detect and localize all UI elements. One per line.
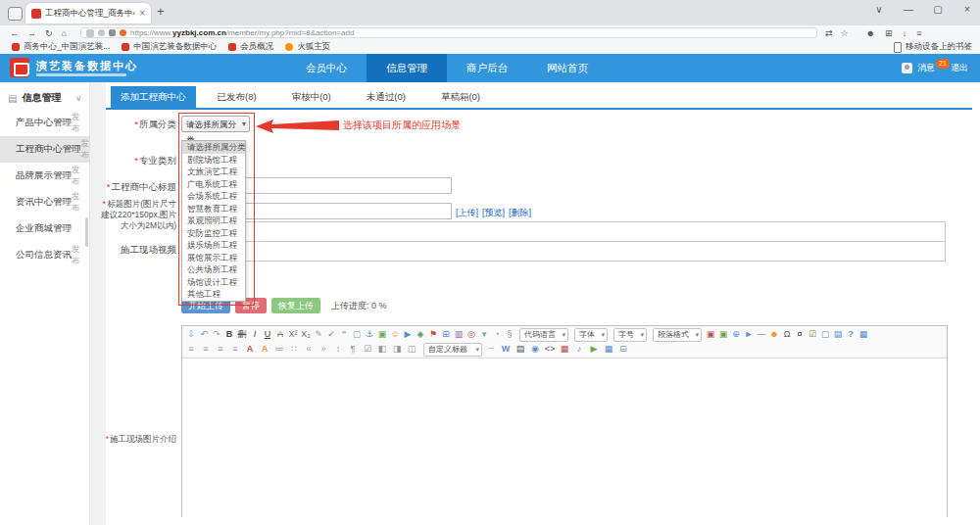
insert-picture-icon[interactable]: ▣ [705,328,716,341]
paragraph-format-select[interactable]: 段落格式 [653,328,702,342]
sidebar-item-enterprise-mall[interactable]: 企业商城管理 [0,215,89,242]
table-icon[interactable]: ⊞ [440,328,452,341]
unordered-list-icon[interactable]: ∷ [288,343,300,356]
dropdown-option[interactable]: 剧院场馆工程 [182,154,245,167]
sidebar-item-engineering-center[interactable]: 工程商中心管理 发布 [0,136,89,163]
dropdown-option[interactable]: 广电系统工程 [182,178,245,191]
align-justify-icon[interactable]: ≡ [229,343,241,356]
preview-icon[interactable]: ◉ [529,343,541,356]
sidebar-item-news-center[interactable]: 资讯中心管理 发布 [0,189,89,215]
video-icon[interactable]: ▶ [588,343,600,356]
home-icon[interactable]: ⌂ [62,28,67,38]
dropdown-option[interactable]: 娱乐场所工程 [182,239,245,252]
tab-add-engineering-center[interactable]: 添加工程商中心 [111,86,196,108]
calendar-icon[interactable]: ▦ [559,343,570,356]
user-avatar-icon[interactable] [902,63,912,73]
messages-link[interactable]: 消息 [917,62,935,74]
align-left-icon[interactable]: ≡ [185,343,197,356]
editor-content-area[interactable] [182,358,947,518]
translate-icon[interactable]: ⇄ [825,28,833,38]
site-logo[interactable]: 演艺装备数据中心 [10,58,138,77]
nav-website-home[interactable]: 网站首页 [527,54,608,82]
bookmark-member-overview[interactable]: 会员概况 [228,41,273,53]
paste-icon[interactable]: ⊟ [617,343,629,356]
zoom-in-icon[interactable]: ⊕ [730,328,742,341]
paragraph-icon[interactable]: ¶ [347,343,359,356]
video-input-2[interactable] [181,241,946,262]
tab-published[interactable]: 已发布(8) [204,86,270,108]
word-image-icon[interactable]: W [500,343,512,356]
help-icon[interactable]: ? [845,328,857,341]
bookmark-business-center[interactable]: 商务中心_中国演艺装... [12,41,110,53]
dropdown-option[interactable]: 展馆展示工程 [182,252,245,264]
extension-badge-icon[interactable] [120,29,126,36]
chevron-down-icon[interactable]: ∨ [75,94,81,103]
underline-icon[interactable]: U [262,328,273,341]
sidebar-publish-link[interactable]: 发布 [72,165,81,188]
category-select[interactable]: 请选择所属分类 [181,116,250,132]
font-family-select[interactable]: 字体 [574,328,608,342]
strikethrough-icon[interactable]: 删 [236,328,248,341]
menu-icon[interactable]: ≡ [916,28,921,38]
styles-icon[interactable]: § [504,328,515,341]
bookmark-data-center[interactable]: 中国演艺装备数据中心 [122,41,217,53]
insert-image-icon[interactable]: ▣ [376,328,388,341]
sidebar-publish-link[interactable]: 发布 [72,112,81,135]
undo-icon[interactable]: ↶ [198,328,210,341]
minimize-icon[interactable]: — [902,4,915,15]
dropdown-option[interactable]: 智慧教育工程 [182,203,245,215]
dropdown-option[interactable]: 场馆设计工程 [182,276,245,289]
print-icon[interactable]: ▤ [514,343,526,356]
sidebar-publish-link[interactable]: 发布 [72,244,81,267]
tab-under-review[interactable]: 审核中(0) [278,86,345,108]
extensions-icon[interactable]: ⊞ [885,28,893,38]
tab-close-icon[interactable]: × [139,8,145,19]
image-upload-link[interactable]: [上传] [456,207,478,219]
image-left-icon[interactable]: ◧ [376,343,388,356]
ordered-list-icon[interactable]: ≔ [273,343,285,356]
spellcheck-icon[interactable]: ☑ [807,328,818,341]
sidebar-header[interactable]: ▤ 信息管理 ∨ [0,86,89,110]
arrow-down-icon[interactable]: ⇩ [185,328,197,341]
map-icon[interactable]: ◈ [415,328,426,341]
sidebar-item-company-info[interactable]: 公司信息资讯 发布 [0,242,89,268]
font-size-select[interactable]: 字号 [613,328,647,342]
address-bar[interactable]: https://www.yyzbkj.com.cn/member/my.php?… [80,27,817,38]
template-icon[interactable]: ▤ [832,328,844,341]
chart-icon[interactable]: ▥ [453,328,465,341]
superscript-icon[interactable]: X² [287,328,299,341]
pagebreak-icon[interactable]: ┄ [485,343,497,356]
horizontal-line-icon[interactable]: — [756,328,767,341]
nav-info-management[interactable]: 信息管理 [367,54,447,82]
lock-icon[interactable] [98,29,105,36]
video-input-1[interactable] [181,221,946,242]
bookmark-star-icon[interactable]: ☆ [841,28,849,38]
nav-member-center[interactable]: 会员中心 [286,54,367,82]
logout-link[interactable]: 退出 [951,62,968,74]
insert-table-icon[interactable]: ▦ [603,343,614,356]
dropdown-option[interactable]: 其他工程 [182,288,245,301]
downloads-icon[interactable]: ↓ [903,28,907,38]
anchor-icon[interactable]: ⚓ [364,328,375,341]
dropdown-option[interactable]: 会场系统工程 [182,190,245,203]
dropdown-icon[interactable]: ▾ [478,328,490,341]
line-height-icon[interactable]: ↕ [332,343,344,356]
dropdown-option[interactable]: 公共场所工程 [182,263,245,276]
nav-merchant-backend[interactable]: 商户后台 [447,54,527,82]
edit-table-icon[interactable]: ▦ [858,328,869,341]
dropdown-option[interactable]: 景观照明工程 [182,215,245,227]
music-icon[interactable]: ♪ [573,343,585,356]
extension-badge-icon[interactable] [109,29,116,36]
blockquote-icon[interactable]: “ [338,328,350,341]
sidebar-publish-link[interactable]: 发布 [81,138,90,162]
image-preview-link[interactable]: [预览] [482,207,505,219]
code-language-select[interactable]: 代码语言 [519,328,568,342]
image-delete-link[interactable]: [删除] [509,207,531,219]
smiley-icon[interactable]: ☻ [768,328,780,341]
dropdown-option[interactable]: 请选择所属分类 [182,141,245,154]
format-brush-icon[interactable]: ✎ [313,328,324,341]
image-right-icon[interactable]: ◨ [391,343,403,356]
back-icon[interactable]: ← [10,28,19,38]
forward-icon[interactable]: → [27,28,36,38]
image-center-icon[interactable]: ◫ [406,343,417,356]
